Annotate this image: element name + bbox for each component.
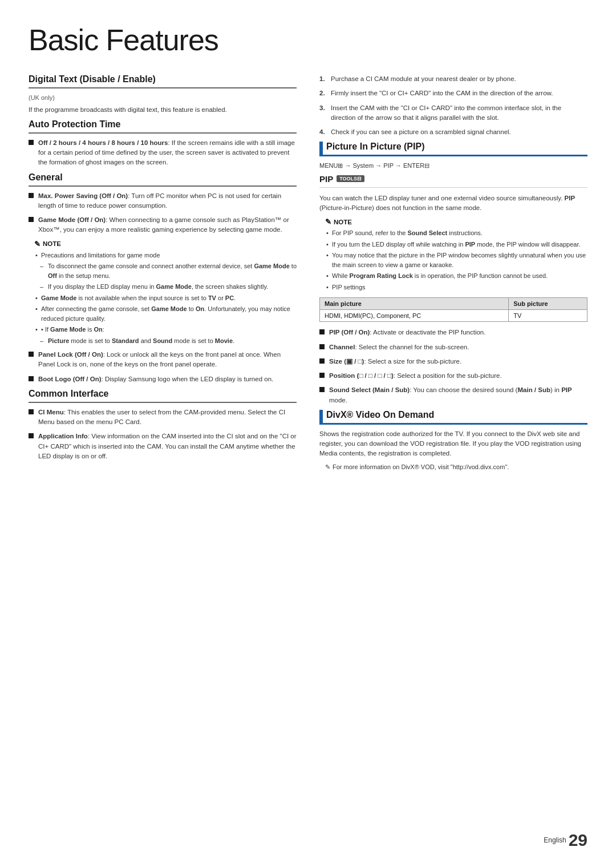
list-text: Insert the CAM with the "CI or CI+ CARD"… — [331, 103, 587, 123]
pip-table-header-main: Main picture — [320, 298, 509, 310]
general-text-1: Max. Power Saving (Off / On): Turn off P… — [38, 191, 297, 211]
section-title-auto-protection: Auto Protection Time — [29, 119, 297, 134]
note-item: If you display the LED display menu in G… — [34, 282, 297, 292]
pip-note-item-1: For PIP sound, refer to the Sound Select… — [325, 228, 587, 238]
list-number: 2. — [319, 88, 327, 98]
pip-note-item-2: If you turn the LED display off while wa… — [325, 240, 587, 249]
pip-note-item-5: PIP settings — [325, 283, 587, 292]
general-bullet-2: Game Mode (Off / On): When connecting to… — [29, 215, 297, 235]
common-interface-bullet-2: Application Info: View information on th… — [29, 432, 297, 461]
pip-table-row: HDMI, HDMI(PC), Component, PC TV — [320, 310, 587, 322]
bullet-icon — [319, 329, 325, 334]
bullet-icon — [319, 387, 325, 392]
section-auto-protection: Auto Protection Time Off / 2 hours / 4 h… — [29, 119, 297, 168]
tools-badge: TOOLS⊟ — [337, 175, 364, 182]
note-label: NOTE — [43, 240, 61, 247]
pip-table-header-sub: Sub picture — [509, 298, 587, 310]
bullet-icon — [319, 344, 325, 349]
pip-bullet-3: Size (▣ / □): Select a size for the sub-… — [319, 357, 587, 366]
general-note: ✎ NOTE Precautions and limitations for g… — [29, 240, 297, 346]
digital-text-body: If the programme broadcasts with digital… — [29, 105, 297, 115]
section-title-pip: Picture In Picture (PIP) — [319, 142, 587, 156]
pip-note-header: ✎ NOTE — [325, 217, 587, 226]
note-item: • If Game Mode is On: — [34, 325, 297, 334]
pip-bullet-5: Sound Select (Main / Sub): You can choos… — [319, 385, 587, 405]
footer: English 29 — [544, 830, 587, 850]
section-title-divx: DivX® Video On Demand — [319, 410, 587, 425]
section-pip: Picture In Picture (PIP) MENU⊞ → System … — [319, 142, 587, 405]
bullet-icon — [29, 409, 34, 414]
pip-note-list: For PIP sound, refer to the Sound Select… — [325, 228, 587, 292]
bullet-icon — [319, 358, 325, 364]
pip-header: PIP TOOLS⊟ — [319, 174, 587, 184]
auto-protection-bullet: Off / 2 hours / 4 hours / 8 hours / 10 h… — [29, 138, 297, 168]
common-interface-text-1: CI Menu: This enables the user to select… — [38, 408, 297, 428]
note-list: Precautions and limitations for game mod… — [34, 251, 297, 346]
general-text-3: Panel Lock (Off / On): Lock or unlock al… — [38, 350, 297, 370]
list-number: 3. — [319, 103, 327, 123]
note-item: Picture mode is set to Standard and Soun… — [34, 336, 297, 346]
pip-menu-path: MENU⊞ → System → PIP → ENTER⊟ — [319, 161, 587, 171]
pip-text-3: Size (▣ / □): Select a size for the sub-… — [329, 357, 587, 366]
note-item: Game Mode is not available when the inpu… — [34, 293, 297, 303]
note-item: To disconnect the game console and conne… — [34, 261, 297, 280]
pip-bullet-2: Channel: Select the channel for the sub-… — [319, 342, 587, 352]
section-divx: DivX® Video On Demand Shows the registra… — [319, 410, 587, 471]
note-icon: ✎ — [34, 240, 40, 248]
pip-body-text: You can watch the LED display tuner and … — [319, 195, 575, 211]
digital-text-subtitle: (UK only) — [29, 93, 297, 103]
bullet-icon — [29, 217, 34, 222]
pip-text-4: Position (□ / □ / □ / □): Select a posit… — [329, 371, 587, 381]
section-title-digital-text: Digital Text (Disable / Enable) — [29, 74, 297, 88]
note-icon: ✎ — [325, 463, 330, 471]
pip-divider — [319, 187, 587, 188]
pip-note-item-4: While Program Rating Lock is in operatio… — [325, 271, 587, 281]
pip-bullet-1: PIP (Off / On): Activate or deactivate t… — [319, 328, 587, 337]
left-column: Digital Text (Disable / Enable) (UK only… — [29, 74, 297, 475]
pip-bullet-4: Position (□ / □ / □ / □): Select a posit… — [319, 371, 587, 381]
numbered-item-2: 2. Firmly insert the "CI or CI+ CARD" in… — [319, 88, 587, 98]
note-header: ✎ NOTE — [34, 240, 297, 248]
note-label: NOTE — [334, 219, 352, 225]
numbered-item-3: 3. Insert the CAM with the "CI or CI+ CA… — [319, 103, 587, 123]
list-number: 4. — [319, 127, 327, 137]
pip-table-cell-sub: TV — [509, 310, 587, 322]
general-text-4: Boot Logo (Off / On): Display Samsung lo… — [38, 374, 297, 384]
section-general: General Max. Power Saving (Off / On): Tu… — [29, 172, 297, 384]
pip-text-1: PIP (Off / On): Activate or deactivate t… — [329, 328, 587, 337]
pip-label: PIP — [319, 174, 333, 184]
numbered-item-4: 4. Check if you can see a picture on a s… — [319, 127, 587, 137]
divx-body: Shows the registration code authorized f… — [319, 429, 587, 459]
pip-table: Main picture Sub picture HDMI, HDMI(PC),… — [319, 297, 587, 322]
section-title-general: General — [29, 172, 297, 187]
pip-text-2: Channel: Select the channel for the sub-… — [329, 342, 587, 352]
pip-note: ✎ NOTE For PIP sound, refer to the Sound… — [319, 217, 587, 292]
general-text-2: Game Mode (Off / On): When connecting to… — [38, 215, 297, 235]
common-interface-text-2: Application Info: View information on th… — [38, 432, 297, 461]
divx-note: ✎ For more information on DivX® VOD, vis… — [319, 463, 587, 471]
bullet-icon — [29, 376, 34, 381]
page-title: Basic Features — [29, 23, 587, 57]
note-icon: ✎ — [325, 217, 331, 226]
list-text: Firmly insert the "CI or CI+ CARD" into … — [331, 88, 553, 98]
bullet-icon — [29, 193, 34, 198]
general-bullet-1: Max. Power Saving (Off / On): Turn off P… — [29, 191, 297, 211]
section-common-interface: Common Interface CI Menu: This enables t… — [29, 389, 297, 461]
general-bullet-3: Panel Lock (Off / On): Lock or unlock al… — [29, 350, 297, 370]
footer-page: 29 — [569, 830, 587, 850]
numbered-item-1: 1. Purchase a CI CAM module at your near… — [319, 74, 587, 84]
auto-protection-text: Off / 2 hours / 4 hours / 8 hours / 10 h… — [38, 138, 297, 168]
note-item: After connecting the game console, set G… — [34, 304, 297, 323]
bullet-icon — [29, 140, 34, 145]
divx-note-text: For more information on DivX® VOD, visit… — [333, 463, 509, 470]
pip-body: You can watch the LED display tuner and … — [319, 193, 587, 213]
list-text: Check if you can see a picture on a scra… — [331, 127, 511, 137]
bullet-icon — [29, 352, 34, 357]
list-number: 1. — [319, 74, 327, 84]
bullet-icon — [319, 373, 325, 378]
footer-lang: English — [544, 836, 566, 844]
list-text: Purchase a CI CAM module at your nearest… — [331, 74, 516, 84]
common-interface-numbered-list: 1. Purchase a CI CAM module at your near… — [319, 74, 587, 137]
common-interface-bullet-1: CI Menu: This enables the user to select… — [29, 408, 297, 428]
pip-table-cell-main: HDMI, HDMI(PC), Component, PC — [320, 310, 509, 322]
